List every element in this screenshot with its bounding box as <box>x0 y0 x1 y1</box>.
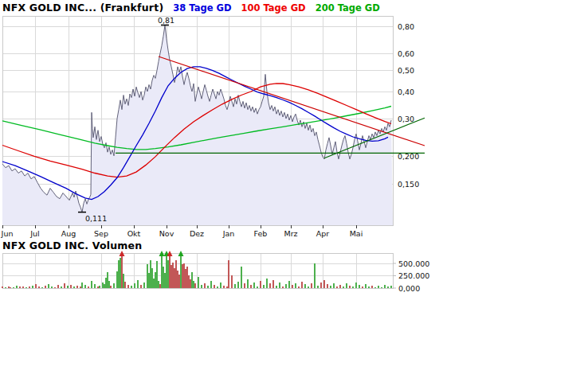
volume-bar-overflow <box>121 256 123 288</box>
volume-bar <box>183 263 185 288</box>
volume-bar <box>150 260 151 288</box>
volume-bar <box>298 286 300 288</box>
volume-bar <box>190 279 191 288</box>
legend-ma200: 200 Tage GD <box>316 2 380 14</box>
volume-bar <box>164 273 166 288</box>
volume-bar <box>343 286 344 288</box>
price-area <box>2 25 393 226</box>
volume-bar <box>178 275 180 288</box>
volume-bar <box>156 261 158 288</box>
volume-bar <box>362 286 363 288</box>
volume-bar <box>61 286 62 288</box>
volume-bar-overflow <box>180 256 182 288</box>
volume-bar <box>177 271 178 288</box>
svg-text:Mai: Mai <box>350 229 363 238</box>
volume-bar-overflow <box>169 256 171 288</box>
volume-axis-labels: 500.000250.0000,000 <box>393 259 429 293</box>
volume-bar <box>228 260 229 288</box>
volume-bar <box>390 286 392 288</box>
x-axis-labels: JunJulAugSepOktNovDezJanFebMrzAprMai <box>1 225 363 238</box>
svg-text:0,30: 0,30 <box>398 115 414 123</box>
volume-bar <box>107 272 108 288</box>
volume-bar <box>140 285 142 288</box>
volume-bar <box>108 281 110 288</box>
annotation-high: 0,81 <box>158 16 174 25</box>
volume-bar <box>381 287 382 288</box>
volume-bar <box>5 287 6 288</box>
volume-bar <box>304 284 306 288</box>
svg-text:Jul: Jul <box>29 229 39 238</box>
volume-bar <box>45 286 46 288</box>
volume-bar <box>201 285 202 288</box>
svg-text:0,81: 0,81 <box>158 16 174 25</box>
volume-bar <box>237 282 239 288</box>
volume-bar <box>57 285 59 288</box>
volume-bar <box>308 286 309 288</box>
volume-bar <box>41 287 43 288</box>
volume-bar <box>330 286 331 288</box>
volume-bar <box>76 286 78 288</box>
volume-bar <box>378 286 379 288</box>
volume-bar <box>272 280 274 288</box>
volume-bar <box>38 286 40 288</box>
svg-text:0,40: 0,40 <box>398 88 414 96</box>
volume-bar <box>110 286 112 288</box>
svg-text:Aug: Aug <box>61 229 76 238</box>
volume-bar <box>314 263 316 288</box>
volume-bar <box>346 283 347 288</box>
volume-bar <box>99 286 100 288</box>
volume-bar <box>220 283 221 288</box>
volume-bar <box>51 286 53 288</box>
volume-bar <box>188 275 190 288</box>
svg-text:Mrz: Mrz <box>284 229 297 238</box>
volume-chart: 500.000250.0000,000 <box>0 251 588 295</box>
volume-bar <box>175 260 177 288</box>
volume-bar <box>210 281 212 288</box>
volume-bar <box>247 279 249 288</box>
volume-bar <box>269 283 271 288</box>
svg-text:0,50: 0,50 <box>398 66 414 75</box>
volume-bar <box>158 281 159 288</box>
volume-bar <box>223 286 225 288</box>
volume-bar <box>257 286 258 288</box>
volume-bar <box>25 287 27 288</box>
volume-bar <box>253 283 255 288</box>
volume-bar <box>153 279 155 288</box>
volume-bar <box>137 280 139 288</box>
volume-bar <box>317 286 319 288</box>
volume-bar <box>118 260 120 288</box>
volume-bar <box>70 285 72 288</box>
volume-bar <box>285 284 287 288</box>
volume-bar <box>368 286 370 288</box>
volume-bar <box>13 287 14 288</box>
volume-bar <box>29 286 30 288</box>
volume-bar <box>359 285 360 288</box>
volume-bar <box>191 272 193 288</box>
svg-text:Sep: Sep <box>94 229 108 238</box>
volume-bar <box>148 273 150 288</box>
svg-text:0,000: 0,000 <box>398 284 420 293</box>
volume-bar <box>113 283 115 288</box>
volume-bar <box>279 283 280 288</box>
volume-bar <box>88 286 89 288</box>
legend-ma38: 38 Tage GD <box>173 2 231 14</box>
volume-bar <box>16 286 18 288</box>
volume-bar <box>182 264 183 288</box>
volume-bar <box>143 283 145 288</box>
legend-ma100: 100 Tage GD <box>241 2 305 14</box>
volume-bar <box>339 285 341 288</box>
volume-bar <box>263 285 265 288</box>
volume-bar <box>295 283 296 288</box>
volume-bar <box>226 286 228 288</box>
volume-bar <box>163 267 164 288</box>
volume-bar <box>84 285 86 288</box>
volume-bar <box>234 284 236 288</box>
volume-bar <box>198 277 199 288</box>
svg-text:0,200: 0,200 <box>398 152 419 161</box>
volume-bar <box>10 287 11 288</box>
volume-bar-overflow <box>166 256 167 288</box>
volume-bar <box>105 278 107 288</box>
volume-bar <box>54 287 56 288</box>
volume-bar <box>97 286 99 288</box>
volume-bar <box>104 284 105 288</box>
